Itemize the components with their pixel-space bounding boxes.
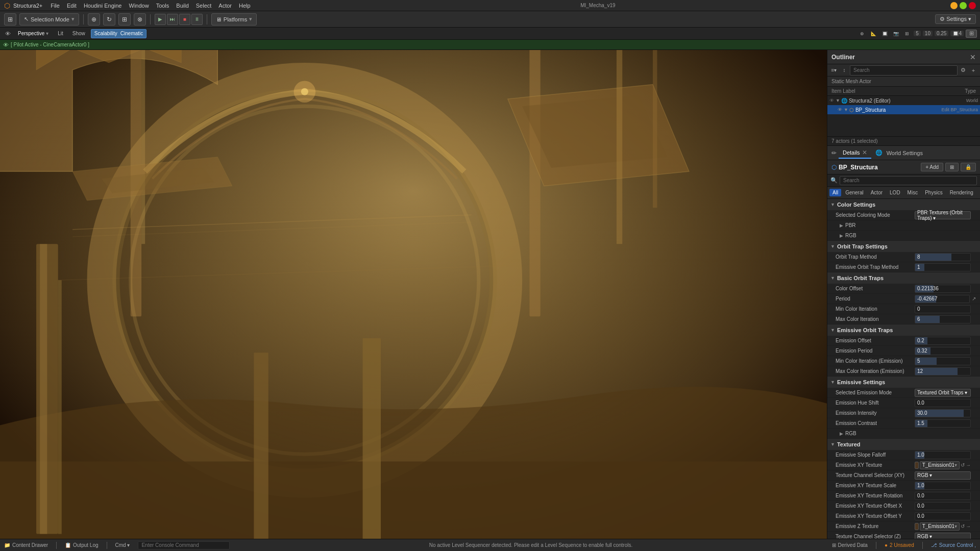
console-input[interactable] (138, 541, 230, 549)
texture-dropdown-5-1[interactable]: T_Emission01 ▾ (920, 461, 960, 469)
prop-row-4-1[interactable]: Emission Hue Shift 0.0 (827, 398, 980, 408)
outliner-close-btn[interactable]: ✕ (970, 53, 976, 61)
cat-tab-misc[interactable]: Misc (904, 189, 921, 196)
world-settings-tab[interactable]: World Settings (883, 148, 927, 158)
prop-row-5-6[interactable]: Emissive XY Texture Offset Y 0.0 (827, 511, 980, 521)
prop-row-5-3[interactable]: Emissive XY Texture Scale 1.0 (827, 481, 980, 491)
prop-row-5-7[interactable]: Emissive Z Texture T_Emission01 ▾ ↺ → (827, 521, 980, 532)
cat-tab-streaming[interactable]: Streaming (977, 189, 980, 196)
texture-dropdown-5-7[interactable]: T_Emission01 ▾ (920, 522, 960, 531)
scale-mode-btn[interactable]: ⊞ (118, 13, 131, 26)
menu-item-actor[interactable]: Actor (215, 2, 235, 10)
unsaved-btn[interactable]: ● 2 Unsaved (885, 542, 914, 548)
content-drawer-btn[interactable]: 📁 Content Drawer (4, 542, 48, 548)
close-button[interactable] (969, 2, 976, 9)
cat-tab-physics[interactable]: Physics (922, 189, 945, 196)
prop-input-4-3[interactable]: 1.5 (915, 419, 971, 428)
outliner-search-input[interactable] (850, 65, 958, 76)
prop-row-5-1[interactable]: Emissive XY Texture T_Emission01 ▾ ↺ → (827, 460, 980, 470)
prop-row-3-2[interactable]: Min Color Iteration (Emission) 5 (827, 356, 980, 366)
vp-icon-4[interactable]: 📷 (891, 29, 900, 38)
vp-icon-5[interactable]: ⊞ (902, 29, 912, 38)
menu-item-select[interactable]: Select (193, 2, 215, 10)
selection-mode-button[interactable]: ↖ Selection Mode ▾ (19, 13, 79, 26)
browse-icon[interactable]: → (966, 462, 971, 468)
prop-row-5-5[interactable]: Emissive XY Texture Offset X 0.0 (827, 501, 980, 511)
prop-row-1-0[interactable]: Orbit Trap Method 8 (827, 252, 980, 262)
rotate-mode-btn[interactable]: ↻ (103, 13, 115, 26)
prop-input-2-3[interactable]: 6 (915, 315, 971, 323)
outliner-settings-btn[interactable]: ⚙ (959, 66, 968, 75)
menu-item-build[interactable]: Build (173, 2, 191, 10)
prop-input-1-0[interactable]: 8 (915, 253, 971, 261)
transform-mode-btn[interactable]: ⊕ (88, 13, 100, 26)
prop-row-2-1[interactable]: Period -0.42667 ↗ (827, 294, 980, 304)
prop-row-2-2[interactable]: Min Color Iteration 0 (827, 304, 980, 314)
menu-item-window[interactable]: Window (126, 2, 152, 10)
prop-section-header-4[interactable]: ▼ Emissive Settings (827, 377, 980, 388)
vp-icon-2[interactable]: 📐 (869, 29, 878, 38)
prop-row-4-0[interactable]: Selected Emission Mode Textured Orbit Tr… (827, 388, 980, 398)
minimize-button[interactable] (950, 2, 958, 9)
stop-button[interactable]: ■ (179, 14, 190, 25)
prop-input-5-3[interactable]: 1.0 (915, 482, 971, 490)
prop-input-5-6[interactable]: 0.0 (915, 512, 971, 520)
viewport[interactable] (0, 50, 827, 551)
prop-row-4-2[interactable]: Emission Intensity 30.0 (827, 408, 980, 418)
prop-input-2-0[interactable]: 0.221336 (915, 285, 971, 293)
details-search-input[interactable] (840, 176, 977, 185)
viewport-mode-btn[interactable]: ⊞ (966, 30, 977, 38)
menu-item-tools[interactable]: Tools (153, 2, 173, 10)
prop-sub-header-0-1[interactable]: ▶ RGB (827, 231, 980, 241)
prop-row-0-0[interactable]: Selected Coloring Mode PBR Textures (Orb… (827, 210, 980, 220)
refresh-icon[interactable]: ↺ (961, 523, 965, 529)
cat-tab-actor[interactable]: Actor (868, 189, 886, 196)
prop-input-3-0[interactable]: 0.2 (915, 337, 971, 345)
output-log-btn[interactable]: 📋 Output Log (65, 542, 98, 548)
prop-input-5-0[interactable]: 1.0 (915, 451, 971, 459)
view-options-btn[interactable]: ⊞ (945, 163, 959, 171)
prop-section-header-1[interactable]: ▼ Orbit Trap Settings (827, 241, 980, 252)
toolbar-icon-1[interactable]: ⊞ (4, 13, 16, 26)
source-control-btn[interactable]: ⎇ Source Control , (931, 542, 976, 548)
prop-row-1-1[interactable]: Emissive Orbit Trap Method 1 (827, 262, 980, 272)
pause-button[interactable]: ⏸ (191, 14, 203, 25)
toolbar-icon-6[interactable]: ⊗ (134, 13, 146, 26)
play-skip-button[interactable]: ⏭ (167, 14, 178, 25)
prop-input-5-5[interactable]: 0.0 (915, 502, 971, 510)
platforms-button[interactable]: 🖥 Platforms ▾ (211, 13, 257, 26)
prop-dropdown-0-0[interactable]: PBR Textures (Orbit Traps) ▾ (915, 211, 971, 219)
cmd-btn[interactable]: Cmd ▾ (115, 542, 130, 548)
browse-icon[interactable]: → (966, 523, 971, 529)
outliner-filter-btn[interactable]: ≡▾ (829, 66, 839, 75)
maximize-button[interactable] (960, 2, 967, 9)
cat-tab-all[interactable]: All (829, 189, 841, 196)
prop-input-2-1[interactable]: -0.42667 (915, 295, 970, 303)
prop-input-2-2[interactable]: 0 (915, 305, 971, 313)
prop-input-3-1[interactable]: 0.32 (915, 347, 971, 355)
prop-section-header-2[interactable]: ▼ Basic Orbit Traps (827, 272, 980, 284)
details-tab[interactable]: Details ✕ (839, 147, 871, 159)
prop-dropdown-5-2[interactable]: RGB ▾ (915, 471, 971, 480)
prop-row-3-0[interactable]: Emission Offset 0.2 (827, 336, 980, 346)
prop-input-1-1[interactable]: 1 (915, 263, 971, 271)
prop-row-3-1[interactable]: Emission Period 0.32 (827, 346, 980, 356)
expand-icon-2-1[interactable]: ↗ (972, 296, 976, 302)
outliner-sort-btn[interactable]: ↕ (840, 66, 849, 75)
prop-row-5-2[interactable]: Texture Channel Selector (XY) RGB ▾ (827, 470, 980, 481)
details-tab-close[interactable]: ✕ (862, 149, 867, 156)
prop-input-4-1[interactable]: 0.0 (915, 399, 971, 407)
prop-input-3-3[interactable]: 12 (915, 367, 971, 375)
tree-item-world[interactable]: 👁 ▼ 🌐 Structura2 (Editor) World (827, 96, 980, 105)
prop-sub-header-0-0[interactable]: ▶ PBR (827, 220, 980, 231)
refresh-icon[interactable]: ↺ (961, 462, 965, 468)
prop-input-4-2[interactable]: 30.0 (915, 409, 971, 417)
prop-row-4-3[interactable]: Emission Contrast 1.5 (827, 418, 980, 429)
prop-section-header-3[interactable]: ▼ Emissive Orbit Traps (827, 324, 980, 336)
prop-row-5-0[interactable]: Emissive Slope Falloff 1.0 (827, 450, 980, 460)
settings-button[interactable]: ⚙ Settings ▾ (935, 14, 976, 24)
lock-btn[interactable]: 🔒 (961, 163, 976, 171)
add-component-button[interactable]: + Add (921, 163, 943, 171)
scalability-button[interactable]: Scalability Cinematic (91, 29, 147, 38)
tree-item-bp-structura[interactable]: 👁 ▼ ⬡ BP_Structura Edit BP_Structura (827, 105, 980, 114)
